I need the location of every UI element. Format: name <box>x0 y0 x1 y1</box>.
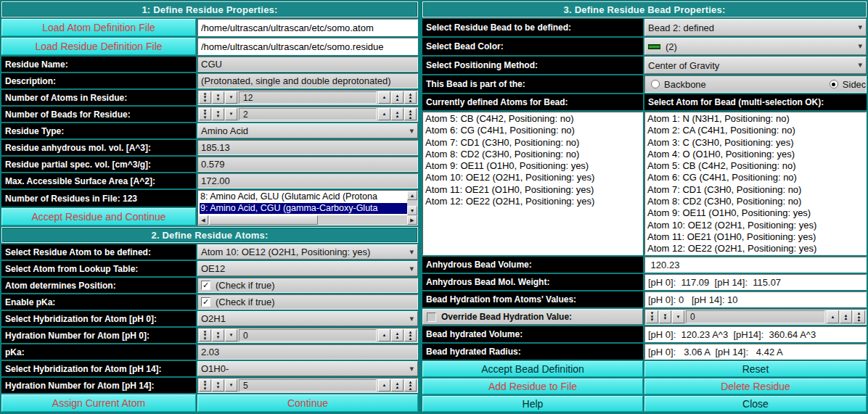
spin-down-1-icon[interactable]: ▼ <box>225 329 237 341</box>
spin-up-2-icon[interactable]: ▲▲ <box>391 329 404 341</box>
num-beads-counter[interactable]: ▼▼▼▼▼▼2▲▲▲▲▲▲ <box>197 107 418 122</box>
residue-type-select[interactable]: Amino Acid ▾ <box>197 123 418 138</box>
scrollbar-track[interactable] <box>318 215 407 225</box>
accept-bead-definition-button[interactable]: Accept Bead Definition <box>422 361 643 377</box>
spin-down-2-icon[interactable]: ▼▼ <box>212 108 224 120</box>
positioning-method-select[interactable]: Center of Gravity ▾ <box>644 57 867 74</box>
list-item[interactable]: Atom 7: CD1 (C3H0, Positioning: no) <box>647 184 864 196</box>
override-hydration-checkbox[interactable] <box>427 312 436 322</box>
spin-up-1-icon[interactable]: ▲ <box>378 379 390 392</box>
reset-button[interactable]: Reset <box>644 361 867 377</box>
list-item[interactable]: Atom 6: CG (C4H1, Positioning: no) <box>425 125 641 136</box>
spin-up-2-icon[interactable]: ▲▲ <box>391 379 404 392</box>
spin-down-1-icon[interactable]: ▼ <box>225 379 237 392</box>
scroll-up-icon[interactable]: ▲ <box>407 191 417 200</box>
spin-down-3-icon[interactable]: ▼▼▼ <box>199 329 211 341</box>
scroll-right-icon[interactable]: ▶ <box>407 215 417 225</box>
bead-select[interactable]: Bead 2: defined ▾ <box>644 19 867 36</box>
spin-up-1-icon[interactable]: ▲ <box>378 329 390 341</box>
spin-down-3-icon[interactable]: ▼▼▼ <box>199 91 211 104</box>
backbone-radio[interactable]: Backbone <box>651 79 706 90</box>
atom-file-path-input[interactable] <box>201 20 414 36</box>
assign-current-atom-button[interactable]: Assign Current Atom <box>1 394 196 412</box>
defined-atoms-list[interactable]: Atom 5: CB (C4H2, Positioning: no)Atom 6… <box>422 112 643 255</box>
scroll-down-icon[interactable]: ▼ <box>407 206 417 215</box>
atom-file-path-field[interactable] <box>197 19 418 36</box>
list-item[interactable]: Atom 8: CD2 (C3H0, Positioning: no) <box>425 149 641 160</box>
spin-down-3-icon[interactable]: ▼▼▼ <box>646 310 658 323</box>
counter-value[interactable]: 0 <box>686 310 825 323</box>
list-item[interactable]: Atom 7: CD1 (C3H0, Positioning: no) <box>425 137 641 149</box>
hybridization-ph0-select[interactable]: O2H1 ▾ <box>197 311 418 326</box>
spin-up-1-icon[interactable]: ▲ <box>378 108 390 120</box>
spin-down-3-icon[interactable]: ▼▼▼ <box>199 108 211 120</box>
list-item[interactable]: Atom 8: CD2 (C3H0, Positioning: no) <box>647 196 864 207</box>
spin-down-3-icon[interactable]: ▼▼▼ <box>199 379 211 392</box>
spin-up-3-icon[interactable]: ▲▲▲ <box>404 379 417 392</box>
lookup-table-select[interactable]: OE12 ▾ <box>197 261 418 276</box>
bead-color-select[interactable]: (2) ▾ <box>644 38 867 55</box>
accept-residue-button[interactable]: Accept Residue and Continue <box>1 208 196 225</box>
spin-up-3-icon[interactable]: ▲▲▲ <box>404 329 417 341</box>
list-item[interactable]: Atom 6: CG (C4H1, Positioning: no) <box>647 172 864 183</box>
list-item[interactable]: 8: Amino Acid, GLU (Glutamic Acid (Proto… <box>200 191 407 203</box>
residues-in-file-list[interactable]: 8: Amino Acid, GLU (Glutamic Acid (Proto… <box>197 190 418 225</box>
spin-up-1-icon[interactable]: ▲ <box>827 310 839 323</box>
list-item[interactable]: 9: Amino Acid, CGU (gamma-Carboxy-Gluta <box>200 203 407 215</box>
list-item[interactable]: Atom 12: OE22 (O2H1, Positioning: yes) <box>647 243 864 254</box>
load-atom-definition-button[interactable]: Load Atom Definition File <box>1 19 196 36</box>
counter-value[interactable]: 5 <box>239 379 377 392</box>
close-button[interactable]: Close <box>644 396 867 412</box>
spin-down-2-icon[interactable]: ▼▼ <box>212 329 224 341</box>
vertical-scrollbar[interactable]: ▲ ▼ <box>407 191 417 215</box>
spin-up-3-icon[interactable]: ▲▲▲ <box>404 91 417 104</box>
counter-value[interactable]: 12 <box>239 91 377 104</box>
counter-value[interactable]: 0 <box>239 329 377 341</box>
spin-up-1-icon[interactable]: ▲ <box>378 91 390 104</box>
load-residue-definition-button[interactable]: Load Residue Definition File <box>1 38 196 55</box>
spin-down-1-icon[interactable]: ▼ <box>225 91 237 104</box>
spin-down-1-icon[interactable]: ▼ <box>672 310 684 323</box>
select-atoms-list[interactable]: Atom 1: N (N3H1, Positioning: no)Atom 2:… <box>644 112 867 255</box>
hydration-ph14-counter[interactable]: ▼▼▼▼▼▼5▲▲▲▲▲▲ <box>197 378 418 393</box>
sidechain-radio[interactable]: Sidechain <box>830 79 867 90</box>
horizontal-scrollbar[interactable]: ◀ ▶ <box>198 215 417 225</box>
add-residue-to-file-button[interactable]: Add Residue to File <box>422 378 643 394</box>
list-item[interactable]: Atom 10: OE12 (O2H1, Positioning: yes) <box>647 220 864 231</box>
delete-residue-button[interactable]: Delete Residue <box>644 378 867 394</box>
spin-down-1-icon[interactable]: ▼ <box>225 108 237 120</box>
enable-pka-checkbox[interactable]: ✓ <box>201 297 210 307</box>
scrollbar-thumb[interactable] <box>209 215 318 225</box>
list-item[interactable]: Atom 1: N (N3H1, Positioning: no) <box>647 113 864 125</box>
list-item[interactable]: Atom 3: C (C3H0, Positioning: yes) <box>647 137 864 149</box>
counter-value[interactable]: 2 <box>239 108 377 120</box>
list-item[interactable]: Atom 12: OE22 (O2H1, Positioning: yes) <box>425 196 641 207</box>
num-atoms-counter[interactable]: ▼▼▼▼▼▼12▲▲▲▲▲▲ <box>197 90 418 105</box>
spin-down-2-icon[interactable]: ▼▼ <box>212 379 224 392</box>
list-item[interactable]: Atom 2: CA (C4H1, Positioning: no) <box>647 125 864 136</box>
list-item[interactable]: Atom 11: OE21 (O1H0, Positioning: yes) <box>425 184 641 196</box>
list-item[interactable]: Atom 4: O (O1H0, Positioning: yes) <box>647 149 864 160</box>
residue-file-path-field[interactable] <box>197 38 418 55</box>
residue-file-path-input[interactable] <box>201 38 414 54</box>
scroll-left-icon[interactable]: ◀ <box>198 215 208 225</box>
continue-button[interactable]: Continue <box>197 394 418 412</box>
determines-position-checkbox[interactable]: ✓ <box>201 281 210 290</box>
list-item[interactable]: Atom 5: CB (C4H2, Positioning: no) <box>425 113 641 125</box>
list-item[interactable]: Atom 11: OE21 (O1H0, Positioning: yes) <box>647 231 864 243</box>
spin-up-3-icon[interactable]: ▲▲▲ <box>404 108 417 120</box>
hybridization-ph14-select[interactable]: O1H0- ▾ <box>197 361 418 376</box>
help-button[interactable]: Help <box>422 396 643 412</box>
list-item[interactable]: Atom 9: OE11 (O1H0, Positioning: yes) <box>647 207 864 219</box>
list-item[interactable]: Atom 9: OE11 (O1H0, Positioning: yes) <box>425 160 641 172</box>
spin-down-2-icon[interactable]: ▼▼ <box>659 310 671 323</box>
override-hydration-counter[interactable]: ▼▼▼▼▼▼0▲▲▲▲▲▲ <box>644 309 867 325</box>
residue-atom-select[interactable]: Atom 10: OE12 (O2H1, Positioning: yes) ▾ <box>197 244 418 260</box>
list-item[interactable]: Atom 5: CB (C4H2, Positioning: no) <box>647 160 864 172</box>
hydration-ph0-counter[interactable]: ▼▼▼▼▼▼0▲▲▲▲▲▲ <box>197 328 418 343</box>
spin-up-2-icon[interactable]: ▲▲ <box>391 91 404 104</box>
spin-down-2-icon[interactable]: ▼▼ <box>212 91 224 104</box>
spin-up-2-icon[interactable]: ▲▲ <box>840 310 852 323</box>
spin-up-2-icon[interactable]: ▲▲ <box>391 108 404 120</box>
list-item[interactable]: Atom 10: OE12 (O2H1, Positioning: yes) <box>425 172 641 183</box>
